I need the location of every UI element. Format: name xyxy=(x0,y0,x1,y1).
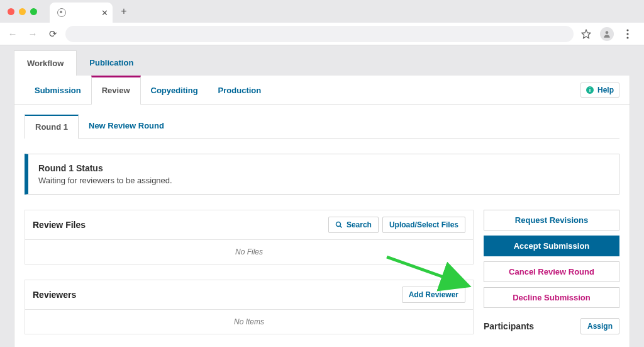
svg-point-4 xyxy=(626,37,628,38)
tab-copyediting[interactable]: Copyediting xyxy=(141,76,208,104)
browser-toolbar: ← → ⟳ xyxy=(0,23,644,45)
participants-title: Participants xyxy=(484,321,534,331)
decline-submission-button[interactable]: Decline Submission xyxy=(484,287,619,308)
content-columns: Review Files Search Upload/Select Files xyxy=(25,210,619,334)
stage-tabs: Submission Review Copyediting Production xyxy=(14,76,271,104)
review-files-section: Review Files Search Upload/Select Files xyxy=(25,210,474,265)
search-files-button[interactable]: Search xyxy=(328,217,379,233)
right-column: Request Revisions Accept Submission Canc… xyxy=(484,210,619,334)
add-reviewer-button[interactable]: Add Reviewer xyxy=(402,287,465,303)
cancel-review-round-button[interactable]: Cancel Review Round xyxy=(484,261,619,282)
page-content: Workflow Publication Submission Review C… xyxy=(0,45,644,347)
svg-point-1 xyxy=(606,31,609,34)
review-stage-body: Round 1 New Review Round Round 1 Status … xyxy=(14,105,630,344)
tab-strip: ✕ + xyxy=(0,0,644,23)
svg-line-6 xyxy=(340,226,341,228)
tab-submission[interactable]: Submission xyxy=(25,76,91,104)
close-tab-icon[interactable]: ✕ xyxy=(101,8,108,18)
tab-review[interactable]: Review xyxy=(91,76,141,105)
svg-marker-0 xyxy=(582,30,590,38)
svg-point-5 xyxy=(336,222,340,227)
browser-tab[interactable]: ✕ xyxy=(50,3,113,23)
help-link[interactable]: i Help xyxy=(580,82,619,98)
stage-tabs-row: Submission Review Copyediting Production… xyxy=(14,76,630,105)
tab-round-1[interactable]: Round 1 xyxy=(25,115,79,139)
add-reviewer-label: Add Reviewer xyxy=(409,290,458,299)
minimize-window-icon[interactable] xyxy=(19,8,26,15)
upload-select-files-button[interactable]: Upload/Select Files xyxy=(382,217,465,233)
window-controls xyxy=(8,8,37,15)
kebab-menu-icon[interactable] xyxy=(620,26,635,42)
new-tab-button[interactable]: + xyxy=(116,4,131,19)
toolbar-right xyxy=(579,26,639,42)
bookmark-star-icon[interactable] xyxy=(579,26,594,42)
reviewers-title: Reviewers xyxy=(33,290,76,300)
tab-publication[interactable]: Publication xyxy=(77,50,146,76)
profile-avatar-icon[interactable] xyxy=(600,27,614,41)
back-button[interactable]: ← xyxy=(5,26,20,42)
round-tabs-border xyxy=(174,115,619,139)
participants-section: Participants Assign xyxy=(484,313,619,334)
svg-point-2 xyxy=(626,29,628,31)
accept-submission-button[interactable]: Accept Submission xyxy=(484,236,619,256)
close-window-icon[interactable] xyxy=(8,8,14,15)
workflow-panel: Submission Review Copyediting Production… xyxy=(14,76,630,347)
review-files-title: Review Files xyxy=(33,220,86,230)
assign-label: Assign xyxy=(587,322,613,331)
help-label: Help xyxy=(597,86,614,94)
round-tabs: Round 1 New Review Round xyxy=(25,115,619,139)
reload-button[interactable]: ⟳ xyxy=(45,26,60,42)
left-column: Review Files Search Upload/Select Files xyxy=(25,210,474,334)
tab-workflow[interactable]: Workflow xyxy=(14,50,77,76)
svg-point-3 xyxy=(626,33,628,35)
tab-new-review-round[interactable]: New Review Round xyxy=(79,115,174,139)
assign-participant-button[interactable]: Assign xyxy=(580,318,619,334)
outer-tabs: Workflow Publication xyxy=(14,50,630,76)
favicon-icon xyxy=(57,8,66,17)
reviewers-section: Reviewers Add Reviewer No Items xyxy=(25,280,474,334)
info-icon: i xyxy=(586,86,594,94)
tab-production[interactable]: Production xyxy=(208,76,272,104)
upload-label: Upload/Select Files xyxy=(389,220,458,229)
search-label: Search xyxy=(347,220,372,229)
round-status-box: Round 1 Status Waiting for reviewers to … xyxy=(25,154,619,195)
reviewers-empty: No Items xyxy=(25,310,473,334)
round-status-title: Round 1 Status xyxy=(38,163,609,173)
round-status-message: Waiting for reviewers to be assigned. xyxy=(38,176,609,185)
browser-chrome: ✕ + ← → ⟳ xyxy=(0,0,644,45)
maximize-window-icon[interactable] xyxy=(30,8,37,15)
address-bar[interactable] xyxy=(65,26,574,42)
search-icon xyxy=(335,221,343,229)
request-revisions-button[interactable]: Request Revisions xyxy=(484,210,619,230)
review-files-empty: No Files xyxy=(25,240,473,264)
forward-button[interactable]: → xyxy=(25,26,40,42)
